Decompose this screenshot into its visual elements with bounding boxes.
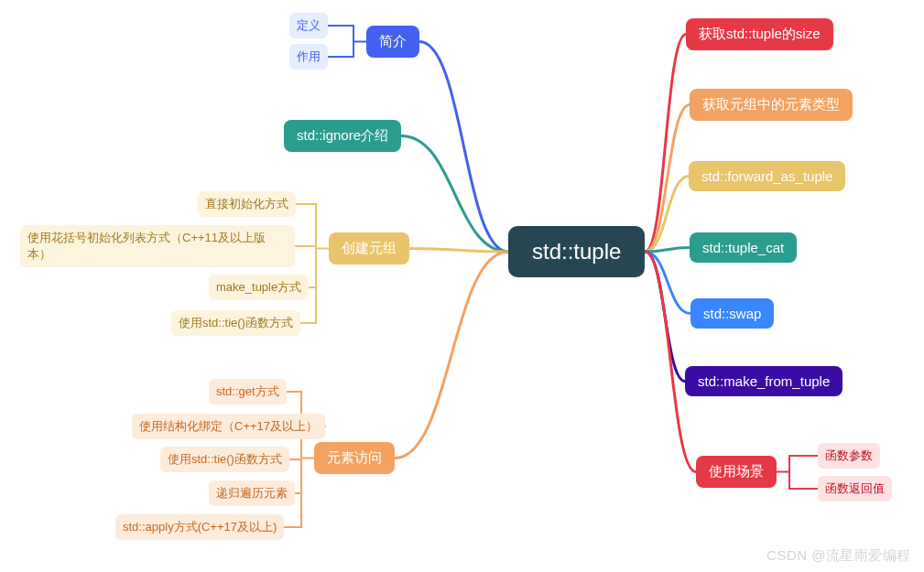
node-tuple-cat[interactable]: std::tuple_cat (690, 232, 797, 263)
node-size[interactable]: 获取std::tuple的size (686, 18, 833, 50)
leaf-recursive[interactable]: 递归遍历元素 (209, 480, 295, 506)
leaf-brace-init[interactable]: 使用花括号初始化列表方式（C++11及以上版本） (20, 225, 295, 267)
leaf-direct-init[interactable]: 直接初始化方式 (198, 191, 296, 217)
node-elemtype[interactable]: 获取元组中的元素类型 (690, 89, 853, 121)
leaf-apply[interactable]: std::apply方式(C++17及以上) (115, 514, 284, 540)
node-intro[interactable]: 简介 (366, 26, 419, 58)
leaf-tie-access[interactable]: 使用std::tie()函数方式 (160, 447, 289, 472)
leaf-std-get[interactable]: std::get方式 (209, 379, 287, 405)
node-make-from[interactable]: std::make_from_tuple (685, 366, 842, 396)
leaf-fn-ret[interactable]: 函数返回值 (818, 476, 892, 502)
leaf-def[interactable]: 定义 (289, 13, 328, 38)
leaf-make-tuple[interactable]: make_tuple方式 (209, 275, 309, 300)
node-access[interactable]: 元素访问 (314, 442, 395, 474)
node-create[interactable]: 创建元组 (329, 232, 409, 264)
leaf-fn-arg[interactable]: 函数参数 (818, 443, 880, 469)
leaf-struct-bind[interactable]: 使用结构化绑定（C++17及以上） (132, 414, 325, 439)
node-usage[interactable]: 使用场景 (696, 456, 777, 488)
leaf-effect[interactable]: 作用 (289, 44, 328, 70)
node-swap[interactable]: std::swap (690, 298, 774, 329)
leaf-tie-create[interactable]: 使用std::tie()函数方式 (171, 310, 300, 336)
root-node[interactable]: std::tuple (508, 226, 645, 277)
node-fwd-as-tuple[interactable]: std::forward_as_tuple (689, 161, 845, 191)
node-ignore[interactable]: std::ignore介绍 (284, 120, 401, 152)
watermark: CSDN @流星雨爱编程 (766, 547, 911, 565)
